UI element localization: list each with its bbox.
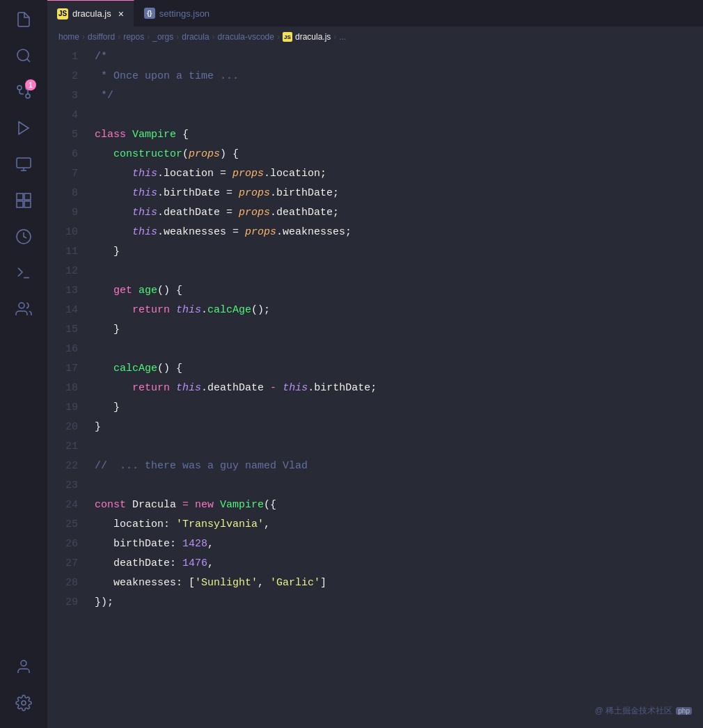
this-token: this bbox=[283, 382, 308, 394]
plain-token: () { bbox=[157, 363, 182, 374]
line-number: 25 bbox=[47, 515, 89, 535]
return-token: return bbox=[132, 304, 170, 316]
op-token: - bbox=[270, 382, 276, 394]
plain-token: , bbox=[258, 577, 270, 589]
svg-point-3 bbox=[17, 86, 22, 90]
tab-close-dracula-js[interactable]: × bbox=[118, 8, 124, 19]
source-control-icon[interactable]: 1 bbox=[7, 75, 40, 109]
code-row: 5class Vampire { bbox=[47, 125, 703, 145]
line-number: 7 bbox=[47, 164, 89, 184]
breadcrumb-orgs[interactable]: _orgs bbox=[152, 32, 173, 42]
code-row: 7 this.location = props.location; bbox=[47, 164, 703, 184]
plain-token: . bbox=[201, 304, 207, 316]
plain-token bbox=[276, 382, 283, 394]
watermark: @ 稀土掘金技术社区 php bbox=[594, 705, 692, 717]
line-number: 26 bbox=[47, 535, 89, 554]
code-row: 26 birthDate: 1428, bbox=[47, 535, 703, 554]
line-number: 16 bbox=[47, 340, 89, 359]
code-row: 18 return this.deathDate - this.birthDat… bbox=[47, 379, 703, 398]
code-line: constructor(props) { bbox=[89, 145, 703, 164]
timeline-icon[interactable] bbox=[7, 220, 40, 253]
source-control-badge: 1 bbox=[25, 79, 36, 90]
code-line: } bbox=[89, 418, 703, 437]
plain-token: } bbox=[95, 246, 120, 258]
plain-token: .birthDate; bbox=[308, 382, 377, 394]
plain-token: .birthDate; bbox=[270, 187, 339, 199]
plain-token bbox=[126, 129, 132, 141]
plain-token: ) { bbox=[220, 148, 239, 160]
plain-token bbox=[170, 382, 176, 394]
this-token: this bbox=[132, 187, 157, 199]
line-number: 15 bbox=[47, 320, 89, 340]
code-row: 20} bbox=[47, 418, 703, 437]
breadcrumb-dsifford[interactable]: dsifford bbox=[88, 32, 115, 42]
plain-token bbox=[214, 499, 220, 511]
breadcrumb-repos[interactable]: repos bbox=[123, 32, 144, 42]
plain-token: .deathDate = bbox=[157, 207, 239, 219]
search-icon[interactable] bbox=[7, 39, 40, 72]
remote-icon[interactable] bbox=[7, 148, 40, 181]
plain-token: } bbox=[95, 324, 120, 335]
plain-token bbox=[95, 226, 132, 238]
plain-token: { bbox=[176, 129, 189, 141]
line-number: 23 bbox=[47, 476, 89, 496]
line-number: 11 bbox=[47, 242, 89, 262]
code-row: 15 } bbox=[47, 320, 703, 340]
plain-token: ( bbox=[182, 148, 189, 160]
code-line: this.weaknesses = props.weaknesses; bbox=[89, 223, 703, 242]
files-icon[interactable] bbox=[7, 3, 40, 36]
plain-token: birthDate: bbox=[95, 538, 182, 550]
code-row: 4 bbox=[47, 106, 703, 125]
breadcrumb-home[interactable]: home bbox=[58, 32, 79, 42]
svg-rect-11 bbox=[24, 193, 31, 200]
tree-icon[interactable] bbox=[7, 292, 40, 326]
code-line: // ... there was a guy named Vlad bbox=[89, 457, 703, 476]
line-number: 28 bbox=[47, 573, 89, 593]
plain-token: .deathDate; bbox=[270, 207, 339, 219]
tab-label-settings-json: settings.json bbox=[159, 8, 210, 19]
code-line: /* bbox=[89, 47, 703, 67]
tab-dracula-js[interactable]: JS dracula.js × bbox=[47, 0, 134, 26]
svg-point-0 bbox=[17, 49, 29, 61]
tab-settings-json[interactable]: {} settings.json bbox=[134, 0, 220, 26]
svg-rect-13 bbox=[24, 201, 31, 207]
code-row: 19 } bbox=[47, 398, 703, 418]
return-token: return bbox=[132, 382, 170, 394]
code-row: 12 bbox=[47, 262, 703, 281]
editor-area: JS dracula.js × {} settings.json home › … bbox=[47, 0, 703, 728]
code-line: */ bbox=[89, 86, 703, 106]
string-token: 'Sunlight' bbox=[195, 577, 258, 589]
this-token: this bbox=[132, 207, 157, 219]
svg-point-2 bbox=[26, 94, 30, 98]
func-token: age bbox=[139, 285, 157, 296]
plain-token: weaknesses: [ bbox=[95, 577, 195, 589]
breadcrumb-dracula-vscode[interactable]: dracula-vscode bbox=[218, 32, 274, 42]
line-number: 8 bbox=[47, 184, 89, 203]
plain-token bbox=[95, 168, 132, 180]
code-line: get age() { bbox=[89, 281, 703, 301]
italic-token: props bbox=[189, 148, 220, 160]
plain-token bbox=[170, 304, 176, 316]
func-token: calcAge bbox=[207, 304, 251, 316]
line-number: 14 bbox=[47, 301, 89, 320]
breadcrumb-dracula[interactable]: dracula bbox=[182, 32, 209, 42]
code-editor[interactable]: 1/*2 * Once upon a time ...3 */4 5class … bbox=[47, 47, 703, 728]
terminal-icon[interactable] bbox=[7, 256, 40, 290]
svg-point-16 bbox=[19, 303, 24, 308]
code-row: 13 get age() { bbox=[47, 281, 703, 301]
code-line bbox=[89, 262, 703, 281]
breadcrumb-filename[interactable]: dracula.js bbox=[295, 32, 331, 42]
settings-icon[interactable] bbox=[7, 686, 40, 720]
plain-token: , bbox=[264, 519, 270, 530]
plain-token: Dracula bbox=[126, 499, 182, 511]
line-number: 4 bbox=[47, 106, 89, 125]
run-icon[interactable] bbox=[7, 111, 40, 145]
svg-point-17 bbox=[21, 660, 26, 666]
func-token: calcAge bbox=[113, 363, 157, 374]
breadcrumb-ellipsis[interactable]: ... bbox=[339, 32, 346, 42]
account-icon[interactable] bbox=[7, 650, 40, 683]
js-file-icon: JS bbox=[57, 8, 68, 19]
extensions-icon[interactable] bbox=[7, 184, 40, 217]
code-row: 2 * Once upon a time ... bbox=[47, 67, 703, 86]
italic-token: props bbox=[239, 187, 270, 199]
